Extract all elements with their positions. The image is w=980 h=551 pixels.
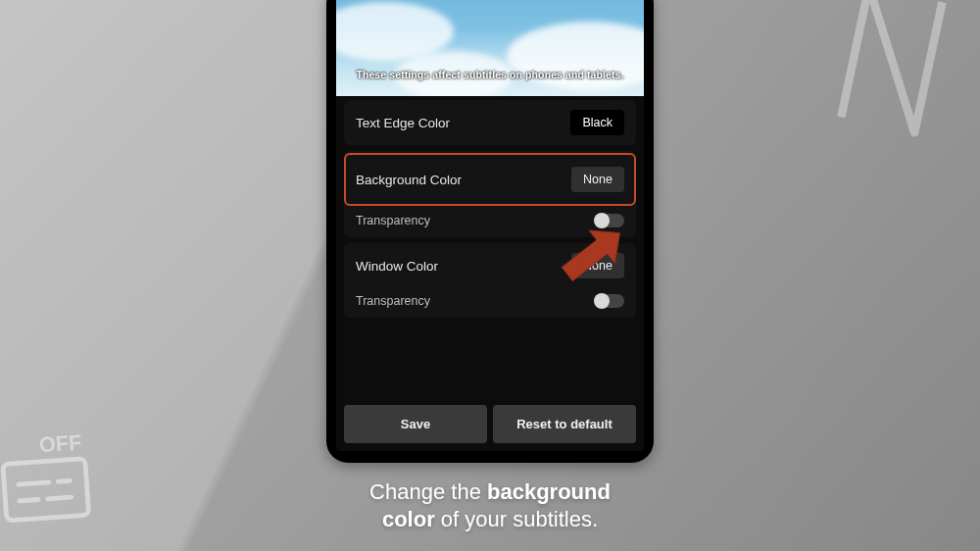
caption-bold-1: background — [487, 479, 611, 504]
caption-text-2: of your subtitles. — [435, 507, 598, 531]
preview-subtitle-text: These settings affect subtitles on phone… — [336, 69, 644, 80]
bg-transparency-row[interactable]: Transparency — [344, 208, 636, 237]
save-button[interactable]: Save — [344, 405, 487, 443]
window-color-row[interactable]: Window Color None — [344, 243, 636, 288]
win-transparency-row[interactable]: Transparency — [344, 288, 636, 318]
bg-transparency-toggle[interactable] — [595, 214, 624, 227]
text-edge-block: Text Edge Color Black — [344, 100, 636, 145]
instruction-caption: Change the background color of your subt… — [0, 478, 980, 533]
background-color-row[interactable]: Background Color None — [344, 153, 636, 206]
background-block: Background Color None Transparency — [344, 151, 636, 237]
text-edge-color-row[interactable]: Text Edge Color Black — [344, 100, 636, 145]
win-transparency-label: Transparency — [356, 294, 430, 308]
phone-screen: These settings affect subtitles on phone… — [336, 0, 644, 451]
caption-text-1: Change the — [369, 479, 487, 504]
phone-frame: These settings affect subtitles on phone… — [326, 0, 654, 463]
window-color-label: Window Color — [356, 259, 438, 274]
toggle-knob — [594, 213, 610, 228]
background-color-value[interactable]: None — [571, 167, 624, 192]
text-edge-color-value[interactable]: Black — [570, 110, 624, 135]
action-buttons: Save Reset to default — [344, 405, 636, 443]
caption-bold-2: color — [382, 507, 435, 531]
window-color-value[interactable]: None — [571, 253, 624, 278]
svg-text:OFF: OFF — [38, 429, 82, 457]
text-edge-color-label: Text Edge Color — [356, 116, 450, 130]
decorative-letter-icon — [821, 0, 980, 165]
background-color-label: Background Color — [356, 173, 462, 187]
subtitle-preview: These settings affect subtitles on phone… — [336, 0, 644, 96]
toggle-knob — [594, 293, 610, 309]
window-block: Window Color None Transparency — [344, 243, 636, 318]
bg-transparency-label: Transparency — [356, 214, 430, 227]
reset-button[interactable]: Reset to default — [493, 405, 636, 443]
win-transparency-toggle[interactable] — [595, 294, 624, 308]
settings-panel: Text Edge Color Black Background Color N… — [336, 96, 644, 451]
